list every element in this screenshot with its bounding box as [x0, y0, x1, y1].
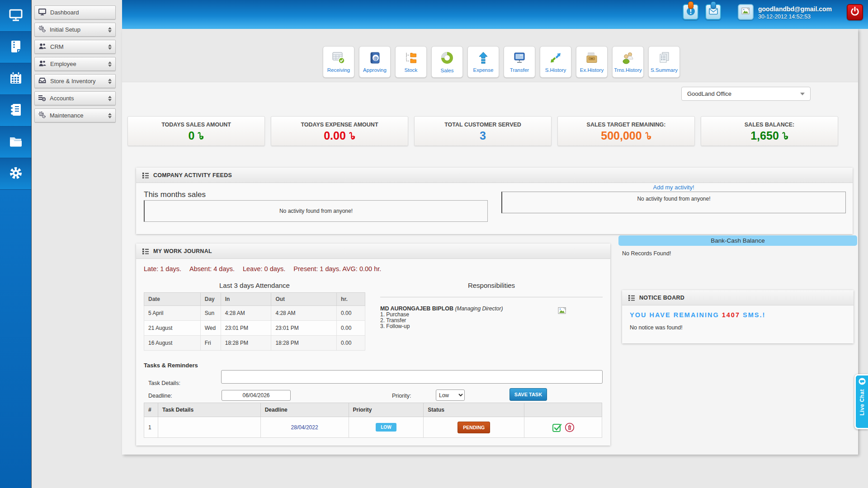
priority-select[interactable]: Low — [436, 389, 465, 401]
list-icon — [142, 172, 149, 178]
rail-documents-button[interactable] — [0, 32, 31, 63]
attendance-table-title: Last 3 days Attendance — [144, 282, 365, 289]
chart-empty-message: No activity found from anyone! — [279, 208, 353, 214]
task-details-input[interactable] — [221, 370, 603, 384]
col-status: Status — [424, 403, 524, 417]
toolbar-sales-history-button[interactable]: S.History — [540, 46, 571, 78]
toolbar-expense-button[interactable]: Expense — [467, 46, 499, 78]
expand-arrows-icon — [108, 61, 112, 67]
toolbar-label: Ex.History — [580, 67, 604, 73]
live-chat-tab[interactable]: Live Chat — [854, 374, 868, 429]
folder-tree-icon — [405, 52, 417, 66]
toolbar-label: Receiving — [327, 67, 350, 73]
user-info: goodlandbd@gmail.com 30-12-2012 14:52:53 — [758, 5, 832, 20]
col-num: # — [144, 403, 158, 417]
col-in: In — [221, 293, 271, 306]
toolbar-transaction-history-button[interactable]: Trns.History — [612, 46, 644, 78]
stat-label: TOTAL CUSTOMER SERVED — [415, 122, 551, 128]
panel-title: NOTICE BOARD — [639, 295, 684, 301]
activity-feeds-panel: COMPANY ACTIVITY FEEDS This months sales… — [136, 168, 853, 234]
sidebar-item-store-inventory[interactable]: Store & Inventory — [34, 74, 116, 88]
documents-icon — [658, 52, 670, 66]
deadline-input[interactable] — [222, 390, 291, 401]
toolbar-expense-history-button[interactable]: Ex.History — [576, 46, 608, 78]
responsibilities-title: Responsibilities — [380, 282, 603, 289]
stat-cards: TODAYS SALES AMOUNT 0 TODAYS EXPENSE AMO… — [127, 116, 838, 146]
folder-icon — [8, 134, 24, 151]
task-header-row: # Task Details Deadline Priority Status — [144, 403, 602, 417]
archive-box-icon — [585, 52, 599, 66]
toolbar-stock-button[interactable]: Stock — [395, 46, 427, 78]
stat-card-customers: TOTAL CUSTOMER SERVED 3 — [414, 116, 552, 146]
col-task-details: Task Details — [158, 403, 260, 417]
monitor-icon — [38, 9, 46, 17]
sidebar-item-crm[interactable]: CRM — [34, 40, 116, 54]
attendance-table: Date Day In Out hr. 5 April Sun 4:28 AM … — [144, 292, 365, 351]
monitor-icon — [8, 7, 24, 24]
rail-journal-button[interactable] — [0, 95, 31, 127]
priority-badge: LOW — [376, 423, 396, 432]
notice-empty-message: No notice was found! — [630, 324, 683, 331]
sidebar-item-employee[interactable]: Employee — [34, 57, 116, 71]
rail-settings-button[interactable] — [0, 158, 31, 190]
logout-button[interactable] — [847, 4, 863, 20]
sidebar-item-label: Accounts — [50, 95, 104, 102]
chat-bubble-icon — [859, 378, 866, 387]
erp-dashboard: Dashboard Initial Setup CRM Employee Sto… — [0, 0, 868, 488]
stat-card-balance: SALES BALANCE: 1,650 — [701, 116, 838, 146]
stat-label: TODAYS EXPENSE AMOUNT — [271, 122, 408, 128]
up-arrow-icon — [477, 52, 490, 66]
toolbar-label: Sales — [441, 68, 454, 73]
complete-task-icon[interactable] — [552, 422, 562, 432]
stat-value: 1,650 — [701, 129, 838, 142]
list-icon — [628, 295, 635, 301]
rail-dashboard-button[interactable] — [0, 0, 31, 32]
rail-calendar-button[interactable] — [0, 63, 31, 95]
office-select-value: GoodLand Office — [687, 90, 800, 97]
stat-card-expense: TODAYS EXPENSE AMOUNT 0.00 — [271, 116, 408, 146]
taka-currency-icon — [782, 131, 788, 141]
gears-icon — [38, 25, 46, 34]
add-activity-link[interactable]: Add my activity! — [501, 184, 846, 191]
office-select[interactable]: GoodLand Office — [681, 87, 811, 101]
toolbar-approving-button[interactable]: @ Approving — [359, 46, 391, 78]
toolbar-sales-button[interactable]: Sales — [431, 46, 463, 78]
month-sales-title: This months sales — [144, 190, 206, 199]
task-details-label: Task Details: — [148, 380, 180, 386]
donut-chart-icon — [440, 51, 454, 66]
taka-currency-icon — [349, 131, 355, 141]
sidebar-item-label: Maintenance — [50, 112, 104, 119]
bank-cash-empty-message: No Records Found! — [622, 250, 671, 257]
sidebar-item-accounts[interactable]: Accounts — [34, 91, 116, 105]
user-avatar[interactable] — [738, 4, 754, 20]
col-hr: hr. — [337, 293, 365, 306]
sidebar-item-label: CRM — [50, 43, 104, 50]
top-bar: goodlandbd@gmail.com 30-12-2012 14:52:53 — [122, 0, 868, 29]
attendance-row: 16 August Fri 18:28 PM 18:28 PM 0.00 — [144, 336, 365, 351]
save-task-button[interactable]: SAVE TASK — [509, 388, 547, 401]
rail-files-button[interactable] — [0, 127, 31, 158]
attendance-row: 5 April Sun 4:28 AM 4:28 AM 0.00 — [144, 306, 365, 321]
expand-arrows-icon — [108, 79, 112, 84]
sidebar-item-initial-setup[interactable]: Initial Setup — [34, 23, 116, 37]
power-icon — [849, 6, 860, 19]
toolbar-receiving-button[interactable]: Receiving — [323, 46, 354, 78]
stat-card-target: SALES TARGET REMAINING: 500,000 — [557, 116, 695, 146]
notification-button[interactable] — [683, 4, 698, 20]
broken-image-icon — [741, 7, 750, 17]
sidebar-item-label: Store & Inventory — [50, 78, 104, 84]
quick-toolbar: Receiving @ Approving Stock Sales Expens… — [323, 46, 680, 78]
sidebar-item-dashboard[interactable]: Dashboard — [34, 5, 116, 19]
col-actions — [524, 403, 602, 417]
messages-button[interactable] — [705, 4, 721, 20]
toolbar-sales-summary-button[interactable]: S.Summary — [648, 46, 680, 78]
bank-cash-balance-header: Bank-Cash Balance — [618, 235, 857, 246]
sidebar-item-maintenance[interactable]: Maintenance — [34, 108, 116, 122]
toolbar-transfer-button[interactable]: Transfer — [504, 46, 535, 78]
task-deadline-cell: 28/04/2022 — [260, 417, 349, 438]
delete-task-icon[interactable] — [565, 422, 575, 432]
toolbar-label: Transfer — [510, 67, 529, 73]
attendance-row: 21 August Wed 23:01 PM 23:01 PM 0.00 — [144, 321, 365, 336]
expand-arrows-icon — [108, 96, 112, 101]
journal-icon — [8, 102, 24, 119]
